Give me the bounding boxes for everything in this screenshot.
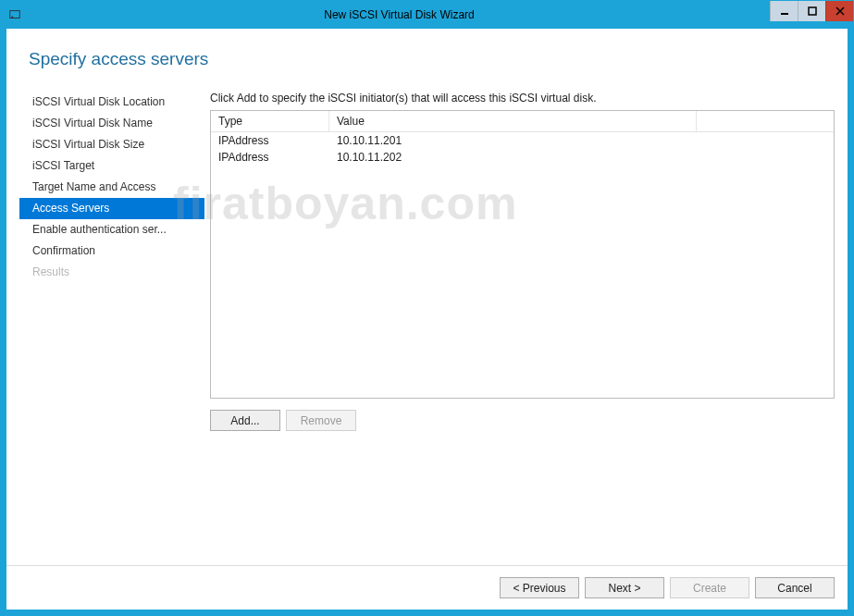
svg-rect-0	[10, 11, 20, 18]
column-header-type[interactable]: Type	[211, 111, 329, 131]
table-row[interactable]: IPAddress 10.10.11.202	[211, 149, 834, 166]
wizard-steps-sidebar: iSCSI Virtual Disk Location iSCSI Virtua…	[19, 82, 204, 565]
create-button: Create	[670, 577, 749, 598]
close-icon	[835, 6, 845, 16]
sidebar-item-label: Access Servers	[32, 202, 109, 215]
content-area: Specify access servers iSCSI Virtual Dis…	[6, 29, 848, 565]
cell-type: IPAddress	[211, 132, 329, 149]
wizard-footer: < Previous Next > Create Cancel	[6, 565, 848, 610]
table-row[interactable]: IPAddress 10.10.11.201	[211, 132, 834, 149]
cell-value: 10.10.11.202	[329, 149, 834, 166]
close-button[interactable]	[825, 1, 853, 21]
sidebar-item-disk-name[interactable]: iSCSI Virtual Disk Name	[19, 113, 204, 134]
add-button[interactable]: Add...	[210, 410, 280, 431]
sidebar-item-access-servers[interactable]: Access Servers	[19, 198, 204, 219]
grid-header: Type Value	[211, 111, 834, 132]
minimize-icon	[780, 6, 789, 16]
body-row: iSCSI Virtual Disk Location iSCSI Virtua…	[6, 82, 848, 565]
svg-rect-1	[12, 17, 14, 18]
column-header-spacer	[697, 111, 834, 131]
app-icon	[1, 1, 29, 29]
column-header-value[interactable]: Value	[329, 111, 697, 131]
sidebar-item-label: iSCSI Virtual Disk Size	[32, 138, 144, 151]
sidebar-item-iscsi-target[interactable]: iSCSI Target	[19, 155, 204, 177]
sidebar-item-enable-auth[interactable]: Enable authentication ser...	[19, 219, 204, 240]
sidebar-item-label: iSCSI Virtual Disk Location	[32, 95, 165, 108]
main-panel: Click Add to specify the iSCSI initiator…	[204, 82, 835, 565]
sidebar-item-results: Results	[19, 262, 204, 283]
wizard-window: New iSCSI Virtual Disk Wizard Specify ac…	[0, 0, 854, 616]
sidebar-item-label: iSCSI Target	[32, 159, 94, 172]
minimize-button[interactable]	[770, 1, 798, 21]
maximize-button[interactable]	[798, 1, 825, 21]
page-heading: Specify access servers	[6, 29, 848, 82]
wizard-frame: Specify access servers iSCSI Virtual Dis…	[1, 29, 853, 615]
remove-button: Remove	[286, 410, 356, 431]
sidebar-item-label: iSCSI Virtual Disk Name	[32, 117, 153, 129]
sidebar-item-label: Results	[32, 265, 69, 278]
grid-actions: Add... Remove	[210, 410, 835, 431]
sidebar-item-confirmation[interactable]: Confirmation	[19, 240, 204, 262]
window-control-buttons	[770, 1, 853, 29]
next-button[interactable]: Next >	[585, 577, 664, 598]
previous-button[interactable]: < Previous	[500, 577, 579, 598]
sidebar-item-label: Enable authentication ser...	[32, 223, 167, 236]
grid-body: IPAddress 10.10.11.201 IPAddress 10.10.1…	[211, 132, 834, 398]
maximize-icon	[808, 6, 817, 16]
svg-rect-3	[809, 7, 816, 15]
sidebar-item-disk-location[interactable]: iSCSI Virtual Disk Location	[19, 92, 204, 113]
cell-value: 10.10.11.201	[329, 132, 834, 149]
instruction-text: Click Add to specify the iSCSI initiator…	[210, 82, 835, 110]
cancel-button[interactable]: Cancel	[755, 577, 835, 598]
svg-rect-2	[781, 13, 788, 15]
sidebar-item-disk-size[interactable]: iSCSI Virtual Disk Size	[19, 134, 204, 155]
cell-type: IPAddress	[211, 149, 329, 166]
sidebar-item-label: Confirmation	[32, 244, 95, 257]
window-title: New iSCSI Virtual Disk Wizard	[29, 1, 770, 29]
initiators-grid: Type Value IPAddress 10.10.11.201 IPAddr…	[210, 110, 835, 399]
titlebar: New iSCSI Virtual Disk Wizard	[1, 1, 853, 29]
disk-icon	[8, 8, 21, 21]
sidebar-item-target-name[interactable]: Target Name and Access	[19, 177, 204, 198]
sidebar-item-label: Target Name and Access	[32, 180, 155, 193]
